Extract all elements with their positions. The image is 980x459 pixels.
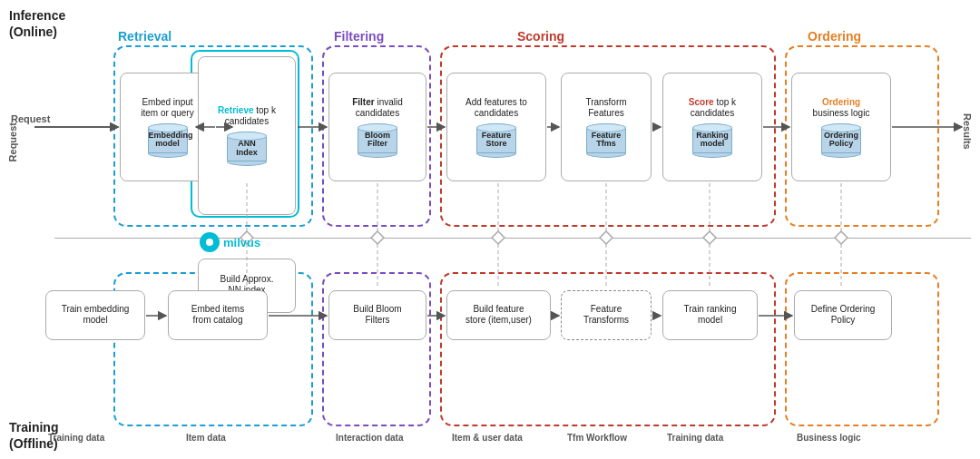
train-ranking-node: Train rankingmodel bbox=[662, 290, 758, 340]
define-ordering-node: Define OrderingPolicy bbox=[794, 290, 892, 340]
ann-index-cylinder: ANNIndex bbox=[227, 132, 267, 166]
transform-features-node: TransformFeatures FeatureTfms bbox=[561, 73, 652, 181]
scoring-label: Scoring bbox=[517, 29, 564, 44]
tfm-workflow-label: Tfm Workflow bbox=[567, 433, 627, 443]
build-feature-node: Build featurestore (item,user) bbox=[446, 290, 551, 340]
add-features-node: Add features tocandidates FeatureStore bbox=[446, 73, 546, 181]
retrieval-label: Retrieval bbox=[118, 29, 172, 44]
feature-transforms-node: FeatureTransforms bbox=[561, 290, 652, 340]
ordering-label: Ordering bbox=[808, 29, 861, 44]
embed-input-title: Embed inputitem or query bbox=[141, 97, 193, 119]
add-features-title: Add features tocandidates bbox=[466, 97, 527, 119]
train-embed-title: Train embeddingmodel bbox=[62, 304, 130, 326]
embed-catalog-title: Embed itemsfrom catalog bbox=[191, 304, 244, 326]
embed-catalog-node: Embed itemsfrom catalog bbox=[168, 290, 268, 340]
train-embed-node: Train embeddingmodel bbox=[45, 290, 145, 340]
item-user-data-label: Item & user data bbox=[452, 433, 523, 443]
filter-title: Filter invalidcandidates bbox=[352, 97, 403, 119]
ranking-model-cylinder: Rankingmodel bbox=[692, 123, 732, 158]
inference-label: Inference (Online) bbox=[9, 7, 65, 40]
results-label: Results bbox=[962, 113, 973, 150]
feature-transforms-title: FeatureTransforms bbox=[583, 304, 629, 326]
build-bloom-title: Build BloomFilters bbox=[353, 304, 401, 326]
build-feature-title: Build featurestore (item,user) bbox=[466, 304, 532, 326]
feature-store-cylinder: FeatureStore bbox=[476, 123, 516, 158]
training-data-right-label: Training data bbox=[667, 433, 723, 443]
request-label-h: Request bbox=[11, 113, 50, 124]
retrieve-node: Retrieve top kcandidates ANNIndex bbox=[198, 56, 296, 215]
request-label: Request bbox=[7, 122, 18, 161]
item-data-label: Item data bbox=[186, 433, 226, 443]
train-ranking-title: Train rankingmodel bbox=[684, 304, 737, 326]
business-logic-label: Business logic bbox=[797, 433, 861, 443]
training-data-left-label: Training data bbox=[48, 433, 104, 443]
ordering-title: Orderingbusiness logic bbox=[813, 97, 870, 119]
filter-node: Filter invalidcandidates BloomFilter bbox=[328, 73, 426, 181]
filtering-label: Filtering bbox=[334, 29, 384, 44]
transform-features-title: TransformFeatures bbox=[585, 97, 626, 119]
milvus-label: milvus bbox=[223, 236, 260, 249]
score-title: Score top kcandidates bbox=[689, 97, 736, 119]
divider-line bbox=[54, 238, 971, 239]
define-ordering-title: Define OrderingPolicy bbox=[811, 304, 876, 326]
score-node: Score top kcandidates Rankingmodel bbox=[662, 73, 762, 181]
feature-tfms-cylinder: FeatureTfms bbox=[586, 123, 626, 158]
milvus-badge: milvus bbox=[200, 232, 260, 252]
ordering-node: Orderingbusiness logic OrderingPolicy bbox=[791, 73, 891, 181]
build-bloom-node: Build BloomFilters bbox=[328, 290, 426, 340]
interaction-data-label: Interaction data bbox=[336, 433, 403, 443]
diagram-container: Inference (Online) Training(Offline) Ret… bbox=[0, 0, 980, 459]
bloom-filter-cylinder: BloomFilter bbox=[358, 123, 397, 158]
milvus-eye-icon bbox=[200, 232, 220, 252]
ordering-policy-cylinder: OrderingPolicy bbox=[821, 123, 861, 158]
retrieve-title: Retrieve top kcandidates bbox=[218, 105, 276, 127]
embedding-model-cylinder: Embeddingmodel bbox=[148, 123, 188, 158]
